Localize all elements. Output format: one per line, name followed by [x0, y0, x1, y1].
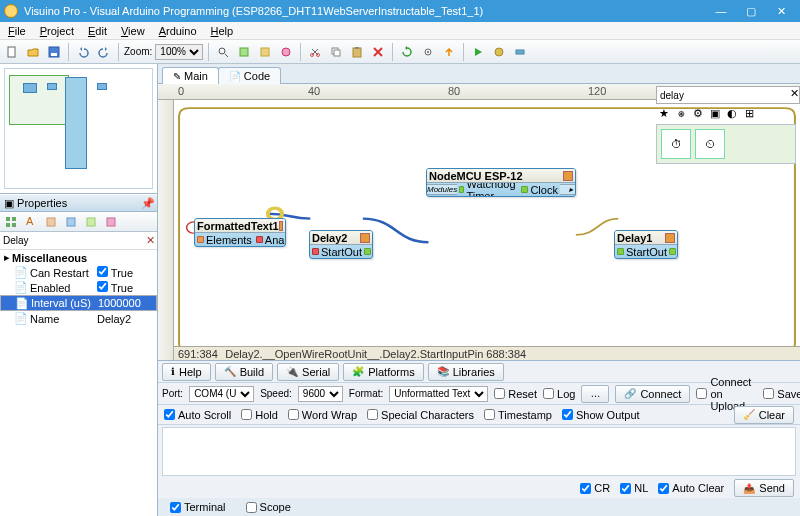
paste-button[interactable] — [348, 43, 366, 61]
format-select[interactable]: Unformatted Text — [389, 386, 488, 402]
terminal-output[interactable] — [162, 427, 796, 476]
tool-a[interactable] — [490, 43, 508, 61]
zoom-select[interactable]: 100% — [155, 44, 203, 60]
speed-select[interactable]: 9600 — [298, 386, 343, 402]
undo-button[interactable] — [74, 43, 92, 61]
libraries-button[interactable]: 📚 Libraries — [428, 363, 504, 381]
autoscroll-check[interactable] — [164, 409, 175, 420]
run-button[interactable] — [469, 43, 487, 61]
svg-rect-11 — [334, 50, 340, 56]
svg-rect-24 — [67, 218, 75, 226]
tab-code[interactable]: 📄 Code — [218, 67, 281, 84]
redo-button[interactable] — [95, 43, 113, 61]
properties-search-input[interactable] — [0, 232, 143, 249]
btn-b[interactable] — [256, 43, 274, 61]
palette-toolbar: ★ ⎈ ⚙ ▣ ◐ ⊞ — [656, 104, 796, 122]
pal-b1[interactable]: ★ — [656, 105, 672, 121]
menu-arduino[interactable]: Arduino — [153, 24, 203, 38]
designer-tabs: ✎ Main 📄 Code — [158, 64, 800, 84]
refresh-button[interactable] — [398, 43, 416, 61]
log-check[interactable] — [543, 388, 554, 399]
design-area: 0 40 80 120 — [158, 84, 800, 360]
tool-b[interactable] — [511, 43, 529, 61]
palette-item-delay2[interactable]: ⏲ — [695, 129, 725, 159]
node-delay2[interactable]: Delay2 StartOut Reset — [309, 230, 373, 259]
btn-c[interactable] — [277, 43, 295, 61]
properties-tree[interactable]: ▸ Miscellaneous 📄 Can Restart True 📄 Ena… — [0, 250, 157, 516]
pal-b2[interactable]: ⎈ — [673, 105, 689, 121]
upload-button[interactable] — [440, 43, 458, 61]
cr-check[interactable] — [580, 483, 591, 494]
svg-rect-6 — [261, 48, 269, 56]
log-browse[interactable]: … — [581, 385, 609, 403]
svg-line-4 — [225, 54, 228, 57]
wrap-check[interactable] — [288, 409, 299, 420]
zoom-fit-button[interactable] — [214, 43, 232, 61]
send-button[interactable]: 📤 Send — [734, 479, 794, 497]
minimize-button[interactable]: — — [706, 0, 736, 22]
nl-check[interactable] — [620, 483, 631, 494]
showoutput-check[interactable] — [562, 409, 573, 420]
timestamp-check[interactable] — [484, 409, 495, 420]
menu-edit[interactable]: Edit — [82, 24, 113, 38]
prop-b4[interactable] — [102, 213, 120, 231]
maximize-button[interactable]: ▢ — [736, 0, 766, 22]
prop-cat-button[interactable] — [2, 213, 20, 231]
pin-icon[interactable]: 📌 — [141, 197, 153, 209]
prop-b1[interactable] — [42, 213, 60, 231]
pal-b5[interactable]: ◐ — [724, 105, 740, 121]
special-check[interactable] — [367, 409, 378, 420]
connect-button[interactable]: 🔗 Connect — [615, 385, 690, 403]
menu-help[interactable]: Help — [205, 24, 240, 38]
platforms-button[interactable]: 🧩 Platforms — [343, 363, 423, 381]
node-formattedtext1[interactable]: FormattedText1 Elements AnalogElement1Ou… — [194, 218, 286, 247]
menu-project[interactable]: Project — [34, 24, 80, 38]
save-button[interactable] — [45, 43, 63, 61]
config-button[interactable] — [419, 43, 437, 61]
port-select[interactable]: COM4 (U — [189, 386, 254, 402]
svg-point-16 — [495, 48, 503, 56]
pal-b3[interactable]: ⚙ — [690, 105, 706, 121]
pal-b6[interactable]: ⊞ — [741, 105, 757, 121]
palette-search-input[interactable] — [657, 87, 790, 103]
copy-button[interactable] — [327, 43, 345, 61]
help-button[interactable]: ℹ Help — [162, 363, 211, 381]
tab-scope[interactable]: Scope — [240, 500, 297, 514]
serial-button[interactable]: 🔌 Serial — [277, 363, 339, 381]
close-button[interactable]: ✕ — [766, 0, 796, 22]
tab-main[interactable]: ✎ Main — [162, 67, 219, 84]
prop-b3[interactable] — [82, 213, 100, 231]
save-check[interactable] — [763, 388, 774, 399]
bottom-panel: ℹ Help 🔨 Build 🔌 Serial 🧩 Platforms 📚 Li… — [158, 360, 800, 498]
menu-file[interactable]: FFileile — [2, 24, 32, 38]
property-interval-row[interactable]: 📄 Interval (uS)1000000 — [0, 295, 157, 311]
svg-rect-5 — [240, 48, 248, 56]
node-nodemcu[interactable]: NodeMCU ESP-12 Modules Watchdog Timer Cl… — [426, 168, 576, 197]
autoclear-check[interactable] — [658, 483, 669, 494]
node-icon — [279, 221, 283, 231]
clear-button[interactable]: 🧹 Clear — [734, 406, 794, 424]
palette-item-delay[interactable]: ⏱ — [661, 129, 691, 159]
prop-az-button[interactable]: A — [22, 213, 40, 231]
svg-rect-21 — [12, 223, 16, 227]
svg-text:A: A — [26, 216, 34, 227]
new-button[interactable] — [3, 43, 21, 61]
node-delay1[interactable]: Delay1 StartOut Reset — [614, 230, 678, 259]
reset-check[interactable] — [494, 388, 505, 399]
tab-terminal[interactable]: Terminal — [164, 500, 232, 514]
connect-on-upload-check[interactable] — [696, 388, 707, 399]
clear-search-icon[interactable]: ✕ — [143, 232, 157, 249]
cut-button[interactable] — [306, 43, 324, 61]
menu-view[interactable]: View — [115, 24, 151, 38]
palette-clear-icon[interactable]: ✕ — [790, 87, 799, 103]
bottom-tabs: Terminal Scope — [158, 498, 800, 516]
properties-toolbar: A — [0, 212, 157, 232]
prop-b2[interactable] — [62, 213, 80, 231]
build-button[interactable]: 🔨 Build — [215, 363, 273, 381]
delete-button[interactable] — [369, 43, 387, 61]
hold-check[interactable] — [241, 409, 252, 420]
pal-b4[interactable]: ▣ — [707, 105, 723, 121]
open-button[interactable] — [24, 43, 42, 61]
overview-panel[interactable] — [0, 64, 157, 194]
btn-a[interactable] — [235, 43, 253, 61]
